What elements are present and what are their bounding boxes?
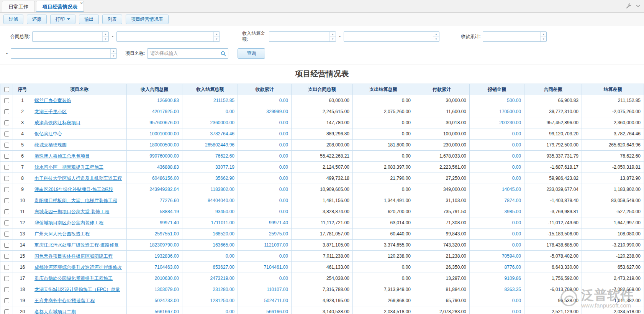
cell-income-settlement-total[interactable]: 2473219.00 <box>182 273 238 284</box>
cell-reimbursement[interactable]: 8776.00 <box>470 262 524 273</box>
cell-receipt-total[interactable]: 0.00 <box>238 195 292 206</box>
cell-income-settlement-total[interactable]: 33077.19 <box>182 162 238 173</box>
export-button[interactable]: 输出 <box>79 15 99 24</box>
print-button[interactable]: 打印 <box>50 15 75 24</box>
cell-income-settlement-total[interactable]: 211152.85 <box>182 95 238 106</box>
row-checkbox[interactable] <box>4 198 9 203</box>
cell-income-contract-total[interactable]: 5024733.00 <box>127 295 182 306</box>
row-checkbox[interactable] <box>4 243 9 248</box>
cell-project-name[interactable]: 龙湖天街城1区设计采购施工（EPC）总承 <box>32 284 127 295</box>
cell-income-contract-total[interactable]: 957600676.00 <box>127 117 182 128</box>
cell-income-contract-total[interactable]: 180000500.00 <box>127 140 182 151</box>
contract-total-max-input[interactable]: ▲▼ <box>116 31 220 42</box>
row-checkbox[interactable] <box>4 98 9 103</box>
cell-reimbursement[interactable]: 170500.00 <box>470 106 524 117</box>
cell-receipt-total[interactable]: 0.00 <box>238 206 292 217</box>
row-checkbox[interactable] <box>4 309 9 314</box>
restore-button[interactable]: 还原 <box>27 15 47 24</box>
cell-receipt-total[interactable]: 0.00 <box>238 140 292 151</box>
cell-project-name[interactable]: 王府井商务中心#2楼遗留工程 <box>32 295 127 306</box>
cell-receipt-total[interactable]: 0.00 <box>238 95 292 106</box>
cell-project-name[interactable]: 重庆江北污水处理厂级改造工程-道路修复 <box>32 240 127 251</box>
cell-reimbursement[interactable]: 0.00 <box>470 128 524 140</box>
income-settlement-min-input[interactable]: ▲▼ <box>269 31 336 42</box>
tab-daily-work[interactable]: 日常工作 <box>2 1 35 12</box>
spinner-arrows-icon[interactable]: ▲▼ <box>110 49 116 58</box>
row-checkbox[interactable] <box>4 109 9 114</box>
cell-reimbursement[interactable]: 200230.00 <box>470 117 524 128</box>
cell-reimbursement[interactable]: 8363.35 <box>470 284 524 295</box>
cell-income-settlement-total[interactable]: 163665.00 <box>182 240 238 251</box>
receipt-total-max-input[interactable]: ▲▼ <box>11 48 117 59</box>
cell-reimbursement[interactable]: 9109.86 <box>470 273 524 284</box>
cell-project-name[interactable]: 龙湖三千里小区 <box>32 106 127 117</box>
cell-project-name[interactable]: 绿城云栖玫瑰园 <box>32 140 127 151</box>
cell-income-settlement-total[interactable]: 168520.00 <box>182 229 238 240</box>
receipt-total-min-input[interactable]: ▲▼ <box>483 31 547 42</box>
cell-income-settlement-total[interactable]: 2360000.00 <box>182 117 238 128</box>
cell-receipt-total[interactable]: 0.00 <box>238 251 292 262</box>
cell-project-name[interactable]: 华侨城项目南区办公室内装修工程 <box>32 217 127 229</box>
cell-income-settlement-total[interactable]: 0.00 <box>182 251 238 262</box>
row-checkbox[interactable] <box>4 120 9 125</box>
receipt-total-max-field[interactable] <box>11 49 116 58</box>
cell-project-name[interactable]: 浅水湾小区一期景观提升工程施工 <box>32 162 127 173</box>
cell-reimbursement[interactable]: 0.00 <box>470 140 524 151</box>
row-checkbox[interactable] <box>4 132 9 136</box>
chevron-down-icon[interactable] <box>636 5 640 7</box>
cell-reimbursement[interactable]: 0.00 <box>470 162 524 173</box>
settings-wrench-icon[interactable] <box>626 3 631 9</box>
cell-income-contract-total[interactable]: 42017925.00 <box>127 106 182 117</box>
cell-income-contract-total[interactable]: 2010630.00 <box>127 273 182 284</box>
row-checkbox[interactable] <box>4 254 9 259</box>
cell-income-settlement-total[interactable]: 93450.00 <box>182 206 238 217</box>
row-checkbox[interactable] <box>4 176 9 181</box>
cell-project-name[interactable]: 成都沙河环境综合提升改造运河护岸维修改 <box>32 262 127 273</box>
cell-income-contract-total[interactable]: 243949282.04 <box>127 184 182 195</box>
cell-project-name[interactable]: 东城花园一期项目公寓大堂 装饰工程 <box>32 206 127 217</box>
cell-income-contract-total[interactable]: 60486156.00 <box>127 173 182 184</box>
cell-receipt-total[interactable]: 566166.00 <box>238 306 292 314</box>
cell-income-settlement-total[interactable]: 265802449.96 <box>182 140 238 151</box>
cell-reimbursement[interactable]: 70594.00 <box>470 251 524 262</box>
cell-project-name[interactable]: 银亿滨江中心 <box>32 128 127 140</box>
cell-receipt-total[interactable]: 7104461.00 <box>238 262 292 273</box>
cell-reimbursement[interactable]: 7874.00 <box>470 195 524 206</box>
income-settlement-min-field[interactable] <box>269 32 336 41</box>
cell-receipt-total[interactable]: 0.00 <box>238 162 292 173</box>
cell-receipt-total[interactable]: 0.00 <box>238 128 292 140</box>
row-checkbox[interactable] <box>4 276 9 281</box>
cell-reimbursement[interactable]: 0.00 <box>470 295 524 306</box>
filter-button[interactable]: 过滤 <box>3 15 23 24</box>
row-checkbox[interactable] <box>4 187 9 192</box>
list-button[interactable]: 列表 <box>102 15 122 24</box>
cell-project-name[interactable]: 广州天河人民公园改造工程 <box>32 229 127 240</box>
cell-income-contract-total[interactable]: 7104463.00 <box>127 262 182 273</box>
cell-reimbursement[interactable]: 0.00 <box>470 306 524 314</box>
select-all-checkbox[interactable] <box>4 87 9 92</box>
cell-receipt-total[interactable]: 1121097.00 <box>238 240 292 251</box>
cell-income-settlement-total[interactable]: 0.00 <box>182 306 238 314</box>
cell-receipt-total[interactable]: 25975.00 <box>238 229 292 240</box>
row-checkbox[interactable] <box>4 265 9 270</box>
cell-income-contract-total[interactable]: 182309790.00 <box>127 240 182 251</box>
cell-project-name[interactable]: 螺丝厂办公室装饰 <box>32 95 127 106</box>
cell-project-name[interactable]: 贵阳项目样板间、大堂、电梯厅装修工程 <box>32 195 127 206</box>
row-checkbox[interactable] <box>4 220 9 225</box>
cell-reimbursement[interactable]: 0.00 <box>470 151 524 162</box>
row-checkbox[interactable] <box>4 154 9 159</box>
cell-income-settlement-total[interactable]: 76622.60 <box>182 151 238 162</box>
project-name-search-input[interactable] <box>147 48 228 59</box>
cell-receipt-total[interactable]: 329999.00 <box>238 106 292 117</box>
cell-income-settlement-total[interactable]: 1281250.00 <box>182 295 238 306</box>
cell-receipt-total[interactable]: 0.00 <box>238 184 292 195</box>
spinner-arrows-icon[interactable]: ▲▼ <box>329 32 336 41</box>
contract-total-max-field[interactable] <box>117 32 220 41</box>
cell-project-name[interactable]: 电子科技大学区域人行道及非机动车道工程 <box>32 173 127 184</box>
income-settlement-max-input[interactable]: ▲▼ <box>344 31 439 42</box>
cell-receipt-total[interactable]: 5024711.00 <box>238 295 292 306</box>
cell-reimbursement[interactable]: 14045.00 <box>470 184 524 195</box>
cell-income-settlement-total[interactable]: 1183802.00 <box>182 184 238 195</box>
spinner-arrows-icon[interactable]: ▲▼ <box>102 32 108 41</box>
cell-project-name[interactable]: 重庆市鹅岭公园绿化景观提升工程施工 <box>32 273 127 284</box>
